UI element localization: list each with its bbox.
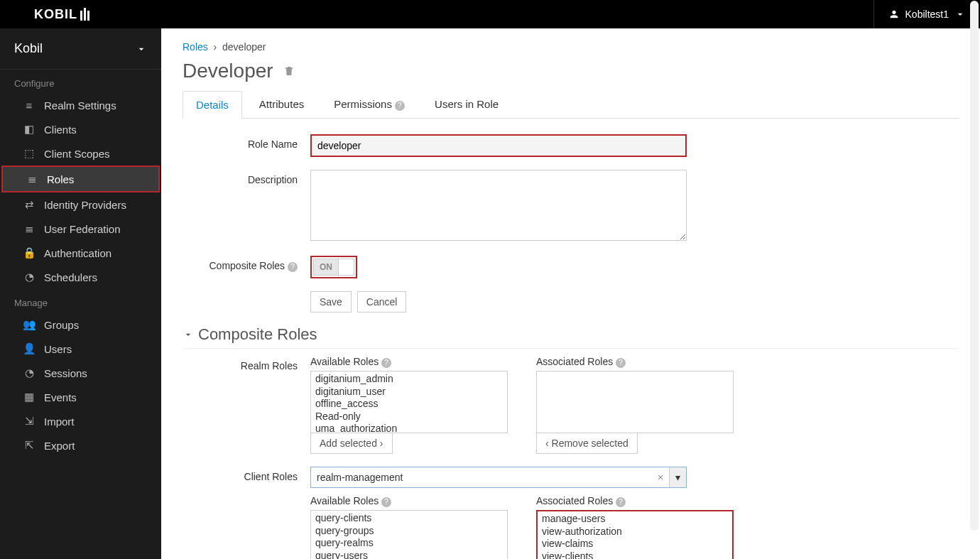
list-item[interactable]: offline_access (315, 398, 503, 411)
nav-label: Groups (44, 319, 79, 331)
nav-label: Users (44, 343, 72, 355)
cubes-icon: ⬚ (23, 147, 36, 160)
list-item[interactable]: query-realms (315, 537, 503, 550)
nav-item-schedulers[interactable]: ◔Schedulers (0, 265, 161, 289)
list-item[interactable]: uma_authorization (315, 423, 503, 433)
nav-item-client-scopes[interactable]: ⬚Client Scopes (0, 141, 161, 165)
nav-item-realm-settings[interactable]: ≡Realm Settings (0, 93, 161, 117)
list-item[interactable]: view-authorization (542, 526, 728, 538)
nav-section-manage: Manage (0, 289, 161, 313)
nav-item-events[interactable]: ▦Events (0, 385, 161, 409)
nav-label: Realm Settings (44, 99, 116, 112)
remove-selected-button[interactable]: ‹ Remove selected (536, 433, 638, 454)
client-available-roles-list[interactable]: query-clientsquery-groupsquery-realmsque… (310, 510, 508, 559)
tab-attributes[interactable]: Attributes (246, 91, 317, 118)
nav-label: Clients (44, 124, 77, 136)
main-content: Roles › developer Developer Details Attr… (161, 28, 980, 559)
role-name-input[interactable] (310, 134, 687, 157)
tab-users-in-role[interactable]: Users in Role (422, 91, 511, 118)
list-item[interactable]: digitanium_admin (315, 373, 503, 386)
help-icon[interactable]: ? (616, 497, 626, 507)
client-select-value: realm-management (311, 467, 652, 487)
tab-permissions[interactable]: Permissions ? (321, 91, 418, 118)
help-icon[interactable]: ? (395, 101, 405, 111)
associated-roles-label: Associated Roles ? (536, 495, 734, 507)
top-bar: KOBIL Kobiltest1 (0, 0, 980, 28)
nav-item-roles[interactable]: ≣Roles (1, 165, 160, 192)
nav-item-identity-providers[interactable]: ⇄Identity Providers (0, 192, 161, 217)
toggle-state: ON (314, 259, 338, 275)
help-icon[interactable]: ? (381, 497, 391, 507)
breadcrumb-root[interactable]: Roles (183, 41, 208, 53)
nav-item-import[interactable]: ⇲Import (0, 409, 161, 433)
list-item[interactable]: query-users (315, 550, 503, 560)
nav-item-authentication[interactable]: 🔒Authentication (0, 241, 161, 265)
sidebar: Kobil Configure≡Realm Settings◧Clients⬚C… (0, 28, 161, 559)
trash-icon[interactable] (283, 65, 295, 77)
toggle-knob (338, 259, 354, 275)
sliders-icon: ≡ (23, 99, 36, 112)
nav-label: Schedulers (44, 271, 97, 283)
realm-roles-label: Realm Roles (183, 356, 310, 371)
description-input[interactable] (310, 170, 687, 241)
chevron-down-icon (954, 9, 966, 20)
breadcrumb-current: developer (222, 41, 266, 53)
associated-roles-label: Associated Roles ? (536, 356, 734, 368)
realm-available-roles-list[interactable]: digitanium_admindigitanium_useroffline_a… (310, 371, 508, 433)
clock-icon: ◔ (23, 271, 36, 283)
composite-roles-toggle[interactable]: ON (313, 259, 354, 276)
logo-text: KOBIL (34, 7, 77, 22)
user-menu[interactable]: Kobiltest1 (873, 0, 966, 28)
save-button[interactable]: Save (310, 291, 352, 313)
nav-label: Export (44, 440, 75, 452)
nav-section-configure: Configure (0, 70, 161, 93)
client-associated-roles-list[interactable]: manage-usersview-authorizationview-claim… (536, 510, 734, 559)
cancel-button[interactable]: Cancel (357, 291, 407, 313)
tabs: Details Attributes Permissions ? Users i… (183, 91, 959, 119)
list-item[interactable]: digitanium_user (315, 386, 503, 398)
list-item[interactable]: query-groups (315, 525, 503, 538)
help-icon[interactable]: ? (381, 358, 391, 368)
breadcrumb: Roles › developer (183, 41, 959, 53)
composite-section-header[interactable]: Composite Roles (183, 325, 959, 349)
nav-label: Events (44, 391, 77, 403)
available-roles-label: Available Roles ? (310, 495, 508, 507)
page-title: Developer (183, 60, 959, 82)
list-item[interactable]: view-clients (542, 550, 728, 560)
page-scrollbar[interactable] (970, 1, 979, 531)
users-icon: 👥 (23, 318, 36, 331)
nav-item-export[interactable]: ⇱Export (0, 433, 161, 457)
stack-icon: ≣ (23, 222, 36, 235)
role-name-label: Role Name (183, 134, 310, 150)
tab-permissions-label: Permissions (334, 98, 392, 110)
nav-label: Identity Providers (44, 199, 126, 211)
clock-icon: ◔ (23, 367, 36, 379)
tab-details[interactable]: Details (183, 91, 242, 119)
nav-label: Roles (47, 173, 74, 185)
nav-item-sessions[interactable]: ◔Sessions (0, 361, 161, 385)
nav-item-clients[interactable]: ◧Clients (0, 117, 161, 141)
exchange-icon: ⇄ (23, 198, 36, 211)
page-title-text: Developer (183, 60, 273, 82)
calendar-icon: ▦ (23, 391, 36, 403)
logo: KOBIL (34, 7, 89, 22)
add-selected-button[interactable]: Add selected › (310, 433, 393, 454)
user-icon: 👤 (23, 342, 36, 355)
list-item[interactable]: query-clients (315, 512, 503, 525)
list-item[interactable]: manage-users (542, 513, 728, 526)
nav-label: Client Scopes (44, 148, 110, 160)
dropdown-arrow-icon[interactable]: ▾ (669, 467, 686, 487)
client-select[interactable]: realm-management × ▾ (310, 467, 687, 488)
help-icon[interactable]: ? (616, 358, 626, 368)
realm-selector[interactable]: Kobil (0, 28, 161, 70)
list-item[interactable]: view-claims (542, 538, 728, 550)
clear-icon[interactable]: × (652, 467, 669, 487)
chevron-down-icon (136, 43, 147, 55)
realm-associated-roles-list[interactable] (536, 371, 734, 433)
list-item[interactable]: Read-only (315, 411, 503, 423)
user-icon (888, 9, 900, 20)
nav-item-users[interactable]: 👤Users (0, 337, 161, 361)
help-icon[interactable]: ? (288, 262, 298, 272)
nav-item-groups[interactable]: 👥Groups (0, 313, 161, 337)
nav-item-user-federation[interactable]: ≣User Federation (0, 217, 161, 241)
